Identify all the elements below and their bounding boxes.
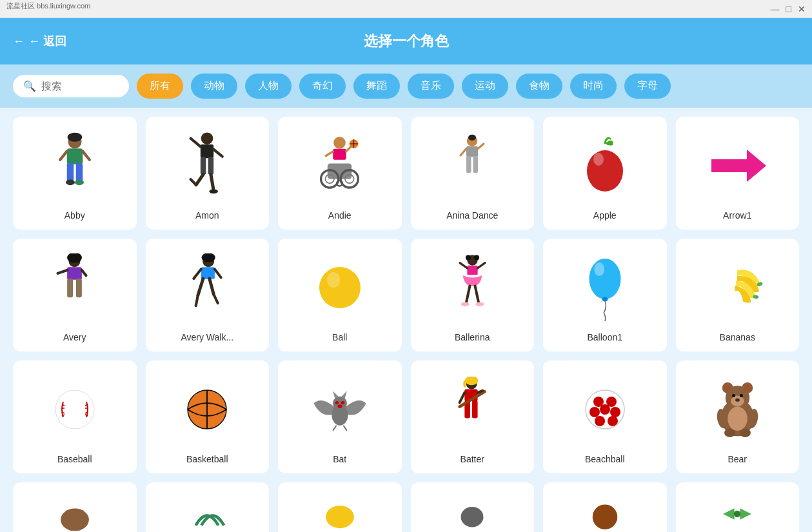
- character-card-batter[interactable]: Batter: [411, 360, 535, 473]
- character-image-arrow1: [682, 124, 793, 206]
- watermark: 流星社区 bbs.liuxingw.com: [6, 1, 90, 11]
- svg-rect-90: [472, 400, 478, 418]
- svg-point-82: [341, 401, 344, 404]
- filter-people[interactable]: 人物: [245, 74, 292, 99]
- character-name-avery: Avery: [63, 332, 86, 342]
- character-image-baseball: [19, 368, 130, 450]
- maximize-button[interactable]: □: [786, 4, 791, 14]
- character-image-bottom2: [152, 490, 263, 532]
- svg-line-14: [213, 149, 223, 156]
- back-button[interactable]: ← ← 返回: [13, 34, 66, 49]
- svg-point-40: [593, 153, 604, 166]
- character-name-baseball: Baseball: [57, 454, 92, 464]
- back-label: ← 返回: [28, 34, 66, 49]
- filter-food[interactable]: 食物: [516, 74, 562, 99]
- svg-point-72: [602, 297, 608, 301]
- character-name-arrow1: Arrow1: [723, 210, 751, 221]
- character-card-bottom4[interactable]: [411, 482, 535, 532]
- svg-line-38: [478, 144, 484, 149]
- svg-rect-46: [76, 279, 82, 297]
- character-card-anina-dance[interactable]: Anina Dance: [411, 117, 535, 230]
- svg-point-7: [66, 179, 75, 185]
- character-image-bananas: [682, 246, 793, 328]
- svg-point-19: [333, 136, 346, 148]
- svg-point-62: [474, 255, 479, 260]
- character-card-bear[interactable]: Bear: [676, 360, 800, 473]
- character-card-bananas[interactable]: Bananas: [676, 239, 800, 351]
- filter-all[interactable]: 所有: [137, 74, 183, 99]
- svg-point-112: [735, 399, 740, 402]
- svg-point-110: [732, 394, 735, 397]
- character-image-ballerina: [417, 246, 528, 328]
- character-card-apple[interactable]: Apple: [543, 117, 667, 230]
- filter-letters[interactable]: 字母: [624, 74, 671, 99]
- character-image-bottom5: [550, 490, 660, 532]
- svg-point-39: [587, 150, 623, 192]
- svg-point-97: [589, 407, 600, 417]
- svg-point-122: [734, 511, 741, 518]
- svg-point-101: [600, 404, 610, 415]
- character-card-ballerina[interactable]: Ballerina: [411, 239, 535, 351]
- svg-point-70: [589, 259, 620, 299]
- svg-rect-34: [466, 146, 478, 157]
- character-card-bottom1[interactable]: [13, 482, 137, 532]
- filter-music[interactable]: 音乐: [408, 74, 454, 99]
- character-grid: Abby: [0, 108, 812, 532]
- svg-line-13: [191, 138, 201, 146]
- window-chrome: 流星社区 bbs.liuxingw.com — □ ✕: [0, 0, 812, 18]
- character-name-apple: Apple: [593, 210, 617, 221]
- character-image-beachball: [550, 368, 660, 450]
- character-card-beachball[interactable]: Beachball: [543, 360, 667, 473]
- svg-point-67: [475, 302, 484, 306]
- svg-line-54: [210, 279, 214, 294]
- svg-rect-63: [467, 265, 477, 275]
- svg-rect-20: [333, 148, 346, 159]
- character-card-bottom2[interactable]: [146, 482, 270, 532]
- character-card-bottom6[interactable]: [676, 482, 800, 532]
- character-name-bananas: Bananas: [720, 332, 755, 342]
- character-image-bat: [284, 368, 395, 450]
- character-image-bottom6: [682, 490, 793, 532]
- minimize-button[interactable]: —: [771, 4, 780, 14]
- close-button[interactable]: ✕: [798, 4, 806, 14]
- svg-line-37: [460, 148, 466, 155]
- svg-line-69: [477, 262, 484, 268]
- svg-line-47: [58, 270, 68, 273]
- filter-animal[interactable]: 动物: [191, 74, 237, 99]
- character-name-bear: Bear: [728, 454, 747, 464]
- svg-point-108: [744, 384, 750, 391]
- filter-fantasy[interactable]: 奇幻: [299, 74, 346, 99]
- character-card-bat[interactable]: Bat: [278, 360, 402, 473]
- character-card-bottom5[interactable]: [543, 482, 667, 532]
- svg-line-64: [466, 286, 470, 303]
- svg-rect-12: [208, 157, 213, 174]
- character-image-avery: [19, 246, 130, 328]
- character-card-arrow1[interactable]: Arrow1: [676, 117, 800, 230]
- filter-fashion[interactable]: 时尚: [570, 74, 617, 99]
- character-card-balloon1[interactable]: Balloon1: [543, 239, 667, 351]
- character-card-amon[interactable]: Amon: [146, 117, 270, 230]
- character-card-bottom3[interactable]: [278, 482, 402, 532]
- svg-line-68: [460, 262, 467, 268]
- svg-point-71: [594, 262, 604, 276]
- character-card-ball[interactable]: Ball: [278, 239, 402, 351]
- character-card-andie[interactable]: Andie: [278, 117, 402, 230]
- search-icon: 🔍: [23, 80, 36, 92]
- svg-point-111: [740, 394, 743, 397]
- svg-point-61: [466, 255, 471, 260]
- svg-rect-2: [67, 148, 83, 164]
- svg-line-17: [211, 174, 213, 190]
- character-card-basketball[interactable]: Basketball: [146, 360, 270, 473]
- filter-sport[interactable]: 运动: [462, 74, 508, 99]
- filter-dance[interactable]: 舞蹈: [353, 74, 400, 99]
- search-box: 🔍: [13, 75, 129, 97]
- character-card-avery-walk[interactable]: Avery Walk...: [146, 239, 270, 351]
- svg-line-48: [82, 270, 86, 275]
- character-card-baseball[interactable]: Baseball: [13, 360, 137, 473]
- character-card-avery[interactable]: Avery: [13, 239, 137, 351]
- character-name-beachball: Beachball: [585, 454, 625, 464]
- character-card-abby[interactable]: Abby: [13, 117, 137, 230]
- search-input[interactable]: [41, 81, 119, 92]
- svg-point-116: [740, 428, 751, 437]
- svg-line-53: [195, 295, 197, 306]
